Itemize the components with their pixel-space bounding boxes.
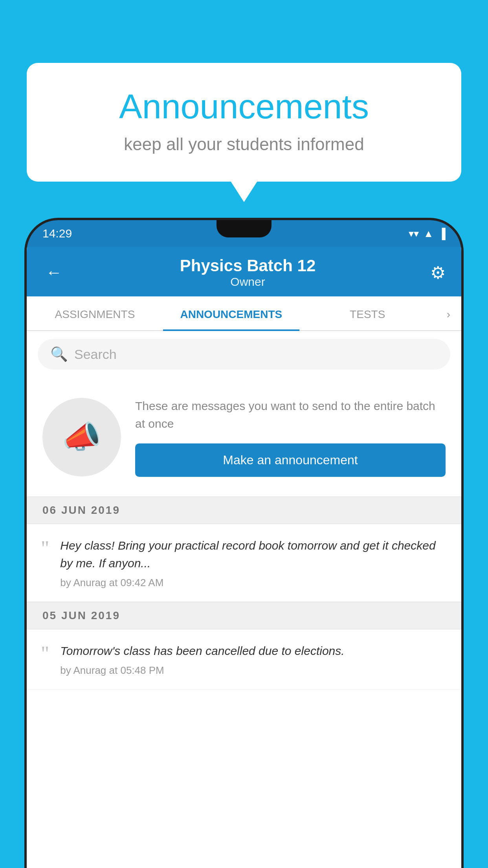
- signal-icon: ▲: [424, 228, 434, 240]
- announcement-text-1: Hey class! Bring your practical record b…: [60, 537, 447, 572]
- date-separator-1: 06 JUN 2019: [27, 497, 461, 524]
- tabs-bar: ASSIGNMENTS ANNOUNCEMENTS TESTS ›: [27, 296, 461, 331]
- wifi-icon: ▾▾: [409, 228, 419, 240]
- phone-inner: ← Physics Batch 12 Owner ⚙ ASSIGNMENTS A…: [27, 247, 461, 868]
- search-placeholder: Search: [74, 347, 117, 362]
- quote-icon-1: ": [41, 538, 49, 559]
- header-title-group: Physics Batch 12 Owner: [65, 256, 430, 289]
- search-bar-container: 🔍 Search: [27, 331, 461, 377]
- announcement-empty-state: 📣 These are messages you want to send to…: [27, 377, 461, 497]
- speech-bubble-title: Announcements: [58, 86, 430, 127]
- gear-icon[interactable]: ⚙: [430, 263, 446, 283]
- back-button[interactable]: ←: [42, 260, 65, 285]
- header-title: Physics Batch 12: [65, 256, 430, 275]
- status-bar: 14:29 ▾▾ ▲ ▐: [27, 220, 461, 247]
- announcement-meta-2: by Anurag at 05:48 PM: [60, 664, 344, 677]
- announcement-item-2[interactable]: " Tomorrow's class has been cancelled du…: [27, 629, 461, 690]
- make-announcement-button[interactable]: Make an announcement: [135, 443, 446, 477]
- announcement-meta-1: by Anurag at 09:42 AM: [60, 577, 447, 589]
- battery-icon: ▐: [438, 228, 446, 240]
- search-icon: 🔍: [50, 346, 68, 362]
- announcement-icon-circle: 📣: [42, 398, 121, 476]
- announcement-item-1[interactable]: " Hey class! Bring your practical record…: [27, 524, 461, 602]
- notch: [216, 220, 272, 237]
- tab-more[interactable]: ›: [436, 296, 461, 330]
- speech-bubble: Announcements keep all your students inf…: [27, 63, 461, 182]
- quote-icon-2: ": [41, 644, 49, 664]
- tab-tests[interactable]: TESTS: [299, 296, 436, 330]
- date-separator-2: 05 JUN 2019: [27, 602, 461, 629]
- header-subtitle: Owner: [65, 275, 430, 289]
- announcement-content-1: Hey class! Bring your practical record b…: [60, 537, 447, 589]
- announcement-right: These are messages you want to send to t…: [135, 397, 446, 477]
- tab-announcements[interactable]: ANNOUNCEMENTS: [163, 296, 299, 330]
- app-header: ← Physics Batch 12 Owner ⚙: [27, 247, 461, 296]
- status-time: 14:29: [42, 227, 72, 240]
- megaphone-icon: 📣: [62, 419, 101, 456]
- speech-bubble-subtitle: keep all your students informed: [58, 134, 430, 154]
- announcement-content-2: Tomorrow's class has been cancelled due …: [60, 642, 344, 677]
- speech-bubble-container: Announcements keep all your students inf…: [27, 63, 461, 182]
- empty-state-description: These are messages you want to send to t…: [135, 397, 446, 432]
- status-icons: ▾▾ ▲ ▐: [409, 228, 446, 240]
- search-bar[interactable]: 🔍 Search: [38, 339, 450, 370]
- phone-frame: 14:29 ▾▾ ▲ ▐ ← Physics Batch 12 Owner ⚙ …: [27, 220, 461, 868]
- tab-assignments[interactable]: ASSIGNMENTS: [27, 296, 163, 330]
- announcement-text-2: Tomorrow's class has been cancelled due …: [60, 642, 344, 660]
